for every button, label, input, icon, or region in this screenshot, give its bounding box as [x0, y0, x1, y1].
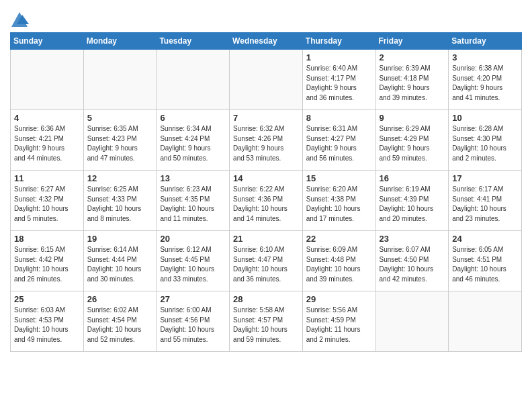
- day-number: 25: [14, 294, 80, 304]
- calendar-cell: 2Sunrise: 6:39 AM Sunset: 4:18 PM Daylig…: [375, 50, 449, 110]
- day-number: 3: [452, 52, 518, 62]
- day-info: Sunrise: 5:58 AM Sunset: 4:57 PM Dayligh…: [233, 306, 299, 345]
- day-number: 16: [380, 173, 445, 183]
- calendar-cell: 13Sunrise: 6:23 AM Sunset: 4:35 PM Dayli…: [157, 171, 230, 231]
- calendar-cell: 10Sunrise: 6:28 AM Sunset: 4:30 PM Dayli…: [449, 110, 522, 171]
- calendar-cell: 5Sunrise: 6:35 AM Sunset: 4:23 PM Daylig…: [83, 110, 157, 171]
- day-info: Sunrise: 6:40 AM Sunset: 4:17 PM Dayligh…: [306, 64, 372, 103]
- day-number: 29: [306, 294, 372, 304]
- day-number: 27: [160, 294, 226, 304]
- calendar-week-row: 4Sunrise: 6:36 AM Sunset: 4:21 PM Daylig…: [11, 110, 522, 171]
- logo-icon: [10, 11, 29, 30]
- day-info: Sunrise: 6:25 AM Sunset: 4:33 PM Dayligh…: [87, 185, 153, 224]
- calendar-cell: 17Sunrise: 6:17 AM Sunset: 4:41 PM Dayli…: [449, 171, 522, 231]
- day-info: Sunrise: 6:34 AM Sunset: 4:24 PM Dayligh…: [160, 124, 226, 163]
- day-number: 23: [380, 234, 445, 244]
- calendar-cell: 23Sunrise: 6:07 AM Sunset: 4:50 PM Dayli…: [375, 231, 449, 291]
- calendar-cell: [157, 50, 230, 110]
- logo: [10, 11, 32, 30]
- calendar-cell: 8Sunrise: 6:31 AM Sunset: 4:27 PM Daylig…: [302, 110, 375, 171]
- day-number: 18: [14, 234, 80, 244]
- calendar-week-row: 18Sunrise: 6:15 AM Sunset: 4:42 PM Dayli…: [11, 231, 522, 291]
- day-info: Sunrise: 6:15 AM Sunset: 4:42 PM Dayligh…: [14, 245, 80, 284]
- calendar-cell: 26Sunrise: 6:02 AM Sunset: 4:54 PM Dayli…: [83, 291, 157, 352]
- day-info: Sunrise: 6:02 AM Sunset: 4:54 PM Dayligh…: [87, 306, 153, 345]
- weekday-header: Monday: [83, 33, 157, 50]
- day-info: Sunrise: 6:27 AM Sunset: 4:32 PM Dayligh…: [14, 185, 80, 224]
- day-number: 5: [87, 113, 153, 123]
- calendar-cell: 19Sunrise: 6:14 AM Sunset: 4:44 PM Dayli…: [83, 231, 157, 291]
- weekday-header: Thursday: [302, 33, 375, 50]
- calendar-cell: 6Sunrise: 6:34 AM Sunset: 4:24 PM Daylig…: [157, 110, 230, 171]
- day-info: Sunrise: 6:22 AM Sunset: 4:36 PM Dayligh…: [233, 185, 299, 224]
- calendar-cell: 27Sunrise: 6:00 AM Sunset: 4:56 PM Dayli…: [157, 291, 230, 352]
- calendar-cell: [11, 50, 84, 110]
- calendar-cell: 16Sunrise: 6:19 AM Sunset: 4:39 PM Dayli…: [375, 171, 449, 231]
- day-info: Sunrise: 6:32 AM Sunset: 4:26 PM Dayligh…: [233, 124, 299, 163]
- calendar-cell: 9Sunrise: 6:29 AM Sunset: 4:29 PM Daylig…: [375, 110, 449, 171]
- page-header: [10, 7, 522, 30]
- calendar-cell: [230, 50, 303, 110]
- day-number: 19: [87, 234, 153, 244]
- day-info: Sunrise: 6:28 AM Sunset: 4:30 PM Dayligh…: [452, 124, 518, 163]
- day-number: 10: [452, 113, 518, 123]
- calendar-cell: 1Sunrise: 6:40 AM Sunset: 4:17 PM Daylig…: [302, 50, 375, 110]
- day-number: 20: [160, 234, 226, 244]
- day-number: 13: [160, 173, 226, 183]
- day-number: 28: [233, 294, 299, 304]
- day-info: Sunrise: 6:00 AM Sunset: 4:56 PM Dayligh…: [160, 306, 226, 345]
- day-number: 9: [380, 113, 445, 123]
- calendar-cell: 22Sunrise: 6:09 AM Sunset: 4:48 PM Dayli…: [302, 231, 375, 291]
- weekday-header: Tuesday: [157, 33, 230, 50]
- calendar-cell: 20Sunrise: 6:12 AM Sunset: 4:45 PM Dayli…: [157, 231, 230, 291]
- day-number: 8: [306, 113, 372, 123]
- weekday-header: Friday: [375, 33, 449, 50]
- day-number: 1: [306, 52, 372, 62]
- day-number: 17: [452, 173, 518, 183]
- calendar-week-row: 25Sunrise: 6:03 AM Sunset: 4:53 PM Dayli…: [11, 291, 522, 352]
- weekday-header: Wednesday: [230, 33, 303, 50]
- calendar-week-row: 11Sunrise: 6:27 AM Sunset: 4:32 PM Dayli…: [11, 171, 522, 231]
- day-info: Sunrise: 6:36 AM Sunset: 4:21 PM Dayligh…: [14, 124, 80, 163]
- day-info: Sunrise: 6:35 AM Sunset: 4:23 PM Dayligh…: [87, 124, 153, 163]
- day-info: Sunrise: 6:12 AM Sunset: 4:45 PM Dayligh…: [160, 245, 226, 284]
- calendar-cell: [449, 291, 522, 352]
- day-info: Sunrise: 6:39 AM Sunset: 4:18 PM Dayligh…: [380, 64, 445, 103]
- day-info: Sunrise: 5:56 AM Sunset: 4:59 PM Dayligh…: [306, 306, 372, 345]
- calendar-cell: 7Sunrise: 6:32 AM Sunset: 4:26 PM Daylig…: [230, 110, 303, 171]
- day-number: 2: [380, 52, 445, 62]
- weekday-header: Saturday: [449, 33, 522, 50]
- day-info: Sunrise: 6:09 AM Sunset: 4:48 PM Dayligh…: [306, 245, 372, 284]
- calendar-cell: 28Sunrise: 5:58 AM Sunset: 4:57 PM Dayli…: [230, 291, 303, 352]
- calendar-cell: 11Sunrise: 6:27 AM Sunset: 4:32 PM Dayli…: [11, 171, 84, 231]
- day-info: Sunrise: 6:31 AM Sunset: 4:27 PM Dayligh…: [306, 124, 372, 163]
- day-number: 14: [233, 173, 299, 183]
- day-number: 22: [306, 234, 372, 244]
- calendar-cell: 24Sunrise: 6:05 AM Sunset: 4:51 PM Dayli…: [449, 231, 522, 291]
- day-number: 7: [233, 113, 299, 123]
- day-number: 4: [14, 113, 80, 123]
- day-info: Sunrise: 6:23 AM Sunset: 4:35 PM Dayligh…: [160, 185, 226, 224]
- calendar-cell: 12Sunrise: 6:25 AM Sunset: 4:33 PM Dayli…: [83, 171, 157, 231]
- calendar-cell: 29Sunrise: 5:56 AM Sunset: 4:59 PM Dayli…: [302, 291, 375, 352]
- calendar-body: 1Sunrise: 6:40 AM Sunset: 4:17 PM Daylig…: [11, 50, 522, 352]
- calendar-cell: 3Sunrise: 6:38 AM Sunset: 4:20 PM Daylig…: [449, 50, 522, 110]
- calendar-cell: 4Sunrise: 6:36 AM Sunset: 4:21 PM Daylig…: [11, 110, 84, 171]
- day-info: Sunrise: 6:17 AM Sunset: 4:41 PM Dayligh…: [452, 185, 518, 224]
- day-number: 15: [306, 173, 372, 183]
- day-info: Sunrise: 6:14 AM Sunset: 4:44 PM Dayligh…: [87, 245, 153, 284]
- calendar-table: SundayMondayTuesdayWednesdayThursdayFrid…: [10, 32, 522, 352]
- day-number: 21: [233, 234, 299, 244]
- weekday-header: Sunday: [11, 33, 84, 50]
- day-number: 6: [160, 113, 226, 123]
- day-info: Sunrise: 6:07 AM Sunset: 4:50 PM Dayligh…: [380, 245, 445, 284]
- calendar-cell: 14Sunrise: 6:22 AM Sunset: 4:36 PM Dayli…: [230, 171, 303, 231]
- calendar-cell: [83, 50, 157, 110]
- day-info: Sunrise: 6:03 AM Sunset: 4:53 PM Dayligh…: [14, 306, 80, 345]
- calendar-cell: [375, 291, 449, 352]
- day-info: Sunrise: 6:19 AM Sunset: 4:39 PM Dayligh…: [380, 185, 445, 224]
- day-info: Sunrise: 6:38 AM Sunset: 4:20 PM Dayligh…: [452, 64, 518, 103]
- day-number: 11: [14, 173, 80, 183]
- calendar-cell: 21Sunrise: 6:10 AM Sunset: 4:47 PM Dayli…: [230, 231, 303, 291]
- calendar-week-row: 1Sunrise: 6:40 AM Sunset: 4:17 PM Daylig…: [11, 50, 522, 110]
